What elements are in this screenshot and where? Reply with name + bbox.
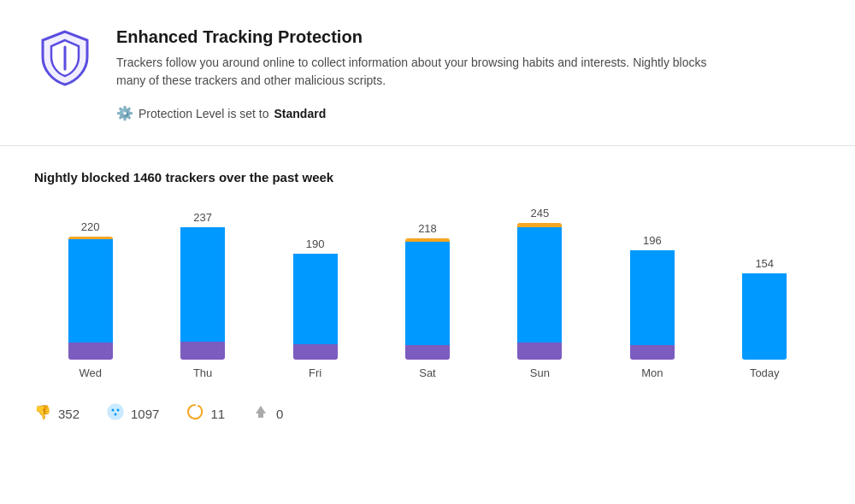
social-icon [252,403,269,425]
legend-item: 1097 [107,403,159,425]
header-section: Enhanced Tracking Protection Trackers fo… [0,0,855,145]
chart-title: Nightly blocked 1460 trackers over the p… [34,170,821,185]
bar-purple-segment [293,344,338,360]
legend: 👎3521097110 [34,403,821,425]
bar-group-mon: 196Mon [596,234,708,379]
bar-blue-segment [68,239,113,343]
bar-group-today: 154Today [709,257,821,379]
legend-item: 11 [186,403,225,425]
header-text: Enhanced Tracking Protection Trackers fo… [116,27,821,121]
bar-label: Sat [419,366,436,379]
bar-label: Thu [193,366,212,379]
bar-value: 220 [81,220,100,233]
bar-value: 154 [755,257,774,270]
bar-stack [517,223,562,360]
legend-count: 11 [210,407,225,421]
bar-stack [180,227,225,360]
bar-stack [293,254,338,360]
legend-count: 1097 [131,407,159,421]
protection-level-prefix: Protection Level is set to [139,107,269,120]
bar-label: Fri [309,366,321,379]
bar-purple-segment [405,345,450,360]
bar-purple-segment [630,345,675,360]
bar-blue-segment [742,273,787,360]
svg-point-5 [115,413,117,416]
bar-label: Mon [641,366,663,379]
bar-group-wed: 220Wed [34,220,146,379]
bar-group-sun: 245Sun [484,207,596,379]
legend-item: 👎352 [34,403,80,425]
bar-value: 237 [193,211,212,224]
bar-value: 245 [531,207,550,220]
bar-purple-segment [517,343,562,360]
svg-text:👎: 👎 [34,404,51,420]
bar-blue-segment [630,250,675,345]
bar-stack [742,273,787,360]
tracker-icon [107,403,124,425]
bar-purple-segment [68,343,113,360]
bar-stack [630,250,675,360]
bar-group-fri: 190Fri [259,237,371,379]
bar-label: Sun [530,366,550,379]
gear-icon: ⚙️ [116,105,133,121]
bar-value: 218 [418,222,437,235]
cryptominer-icon [186,403,203,425]
bar-label: Today [750,366,780,379]
page-title: Enhanced Tracking Protection [116,27,821,47]
bar-group-sat: 218Sat [371,222,483,379]
bar-value: 196 [643,234,662,247]
shield-icon [34,27,96,89]
bar-group-thu: 237Thu [146,211,258,379]
bar-stack [68,237,113,360]
bar-blue-segment [517,227,562,343]
svg-point-4 [117,409,120,412]
protection-level-value: Standard [274,107,327,120]
bar-stack [405,238,450,360]
bar-purple-segment [180,342,225,360]
bar-blue-segment [293,254,338,344]
legend-item: 0 [252,403,283,425]
page-description: Trackers follow you around online to col… [116,54,715,90]
legend-count: 0 [276,407,283,421]
chart-section: Nightly blocked 1460 trackers over the p… [0,146,855,448]
svg-marker-6 [256,406,266,418]
fingerprinter-icon: 👎 [34,403,51,425]
bars-container: 220Wed237Thu190Fri218Sat245Sun196Mon154T… [34,208,821,379]
legend-count: 352 [58,407,80,421]
bar-label: Wed [79,366,102,379]
svg-point-3 [112,409,115,412]
bar-value: 190 [306,237,325,250]
bar-blue-segment [180,227,225,342]
bar-blue-segment [405,242,450,345]
protection-level-row: ⚙️ Protection Level is set to Standard [116,105,821,121]
svg-point-2 [108,404,123,419]
